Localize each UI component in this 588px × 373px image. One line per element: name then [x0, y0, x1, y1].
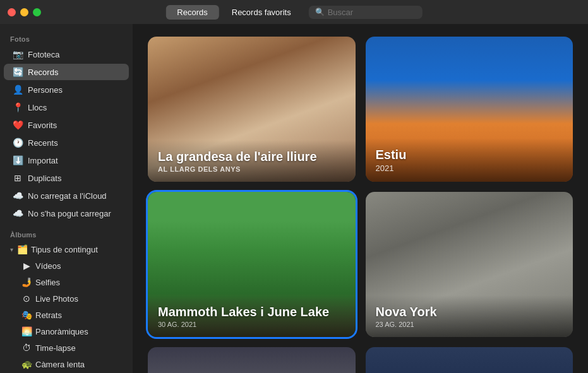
sidebar-item-label: Vídeos: [35, 261, 61, 271]
search-icon: 🔍: [315, 8, 325, 16]
sidebar-item-no-carregat[interactable]: ☁️ No carregat a l'iCloud: [4, 187, 129, 204]
sidebar-item-duplicats[interactable]: ⊞ Duplicats: [4, 170, 129, 186]
card-bg: [148, 347, 356, 373]
traffic-lights: [8, 8, 41, 16]
card-bg: [366, 347, 573, 373]
titlebar-center: Records Records favorits 🔍: [165, 5, 422, 20]
sidebar-item-no-pogut[interactable]: ☁️ No s'ha pogut carregar: [4, 205, 129, 222]
duplicats-icon: ⊞: [13, 173, 23, 183]
selfies-icon: 🤳: [21, 277, 32, 287]
sidebar-item-favorits[interactable]: ❤️ Favorits: [4, 117, 129, 133]
sidebar-item-retrats[interactable]: 🎭 Retrats: [4, 307, 129, 323]
card-date: 23 AG. 2021: [376, 321, 563, 328]
tab-records-favorits[interactable]: Records favorits: [220, 5, 303, 20]
albums-section-label: Àlbums: [0, 226, 133, 241]
card-card-3[interactable]: Mammoth Lakes i June Lake30 AG. 2021: [148, 192, 356, 337]
favorits-icon: ❤️: [13, 120, 23, 130]
cloud-icon-1: ☁️: [13, 191, 23, 201]
sidebar-item-fototeca[interactable]: 📷 Fototeca: [4, 46, 129, 62]
fullscreen-button[interactable]: [33, 8, 41, 16]
card-card-6[interactable]: [366, 347, 573, 373]
recents-icon: 🕐: [13, 138, 23, 148]
persones-icon: 👤: [13, 85, 23, 95]
card-subtitle: AL LLARG DELS ANYS: [158, 165, 345, 173]
search-box: 🔍: [309, 6, 423, 19]
sidebar-item-label: Panoràmiques: [35, 327, 88, 336]
cards-grid: La grandesa de l'aire lliureAL LLARG DEL…: [148, 37, 573, 373]
sidebar-item-time-lapse[interactable]: ⏱ Time-lapse: [4, 340, 129, 355]
card-overlay: Estiu2021: [366, 138, 573, 182]
importat-icon: ⬇️: [13, 155, 23, 165]
main-container: Fotos 📷 Fototeca 🔄 Records 👤 Persones 📍 …: [0, 24, 588, 373]
sidebar-item-tipus-contingut[interactable]: ▾ 🗂️ Tipus de contingut: [4, 242, 129, 257]
card-date: 30 AG. 2021: [158, 321, 345, 328]
sidebar-item-camera-lenta[interactable]: 🐢 Càmera lenta: [4, 357, 129, 372]
sidebar-item-label: Time-lapse: [35, 343, 76, 353]
card-title: Estiu: [376, 147, 563, 162]
tab-records[interactable]: Records: [165, 5, 219, 20]
sidebar-item-label: Recents: [28, 138, 58, 148]
search-input[interactable]: [328, 8, 416, 17]
sidebar-item-label: Càmera lenta: [35, 360, 85, 369]
card-title: La grandesa de l'aire lliure: [158, 149, 345, 164]
card-card-1[interactable]: La grandesa de l'aire lliureAL LLARG DEL…: [148, 37, 356, 182]
close-button[interactable]: [8, 8, 16, 16]
sidebar-item-llocs[interactable]: 📍 Llocs: [4, 99, 129, 115]
minimize-button[interactable]: [20, 8, 28, 16]
tipus-icon: 🗂️: [17, 244, 27, 254]
card-overlay: Mammoth Lakes i June Lake30 AG. 2021: [148, 295, 356, 337]
sidebar-item-label: No s'ha pogut carregar: [28, 209, 111, 218]
sidebar: Fotos 📷 Fototeca 🔄 Records 👤 Persones 📍 …: [0, 24, 133, 373]
sidebar-item-label: Records: [28, 68, 58, 77]
sidebar-item-selfies[interactable]: 🤳 Selfies: [4, 275, 129, 290]
sidebar-item-label: Fototeca: [28, 50, 60, 59]
cloud-icon-2: ☁️: [13, 208, 23, 218]
panoramiques-icon: 🌅: [21, 326, 32, 336]
titlebar: Records Records favorits 🔍: [0, 0, 588, 24]
sidebar-item-label: Llocs: [28, 103, 47, 112]
card-date: 2021: [376, 163, 563, 173]
content-area: La grandesa de l'aire lliureAL LLARG DEL…: [133, 24, 588, 373]
sidebar-item-records[interactable]: 🔄 Records: [4, 64, 129, 80]
sidebar-item-label: Live Photos: [35, 294, 78, 304]
sidebar-item-label: Retrats: [35, 311, 62, 320]
sidebar-item-panoramiques[interactable]: 🌅 Panoràmiques: [4, 324, 129, 339]
card-title: Mammoth Lakes i June Lake: [158, 304, 345, 319]
sidebar-item-label: Persones: [28, 85, 63, 95]
sidebar-item-recents[interactable]: 🕐 Recents: [4, 134, 129, 151]
card-card-5[interactable]: La grandesa de l'aire lliure: [148, 347, 356, 373]
sidebar-item-label: Importat: [28, 156, 58, 165]
sidebar-item-label: Favorits: [28, 121, 57, 130]
sidebar-item-label: Duplicats: [28, 174, 61, 183]
sidebar-item-live-photos[interactable]: ⊙ Live Photos: [4, 291, 129, 306]
sidebar-item-label: Tipus de contingut: [31, 245, 98, 254]
records-icon: 🔄: [13, 67, 23, 77]
fotos-section-label: Fotos: [0, 30, 133, 45]
card-title: Nova York: [376, 304, 563, 319]
card-card-4[interactable]: Nova York23 AG. 2021: [366, 192, 573, 337]
sidebar-item-label: No carregat a l'iCloud: [28, 191, 107, 201]
chevron-down-icon: ▾: [10, 246, 13, 253]
card-overlay: La grandesa de l'aire lliureAL LLARG DEL…: [148, 140, 356, 182]
llocs-icon: 📍: [13, 102, 23, 112]
live-photos-icon: ⊙: [21, 293, 32, 304]
sidebar-item-videos[interactable]: ▶ Vídeos: [4, 258, 129, 273]
card-overlay: Nova York23 AG. 2021: [366, 295, 573, 337]
retrats-icon: 🎭: [21, 310, 32, 320]
sidebar-item-importat[interactable]: ⬇️ Importat: [4, 152, 129, 169]
camera-lenta-icon: 🐢: [21, 359, 32, 369]
fototeca-icon: 📷: [13, 49, 23, 59]
card-card-2[interactable]: Estiu2021: [366, 37, 573, 182]
videos-icon: ▶: [21, 261, 32, 271]
sidebar-item-label: Selfies: [35, 278, 60, 287]
sidebar-item-persones[interactable]: 👤 Persones: [4, 81, 129, 98]
time-lapse-icon: ⏱: [21, 343, 32, 353]
